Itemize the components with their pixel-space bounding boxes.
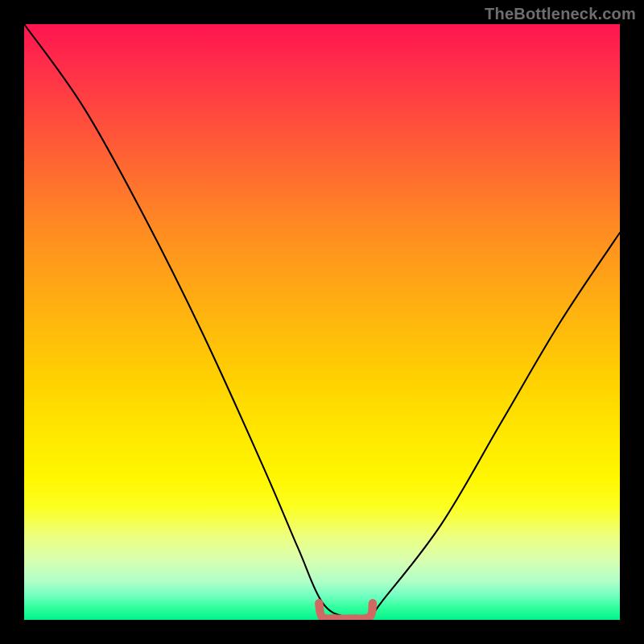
curve-layer — [24, 24, 620, 620]
optimal-band-path — [319, 603, 373, 619]
bottleneck-curve-path — [24, 24, 620, 619]
chart-frame: TheBottleneck.com — [0, 0, 644, 644]
plot-area — [24, 24, 620, 620]
watermark-text: TheBottleneck.com — [485, 5, 636, 23]
